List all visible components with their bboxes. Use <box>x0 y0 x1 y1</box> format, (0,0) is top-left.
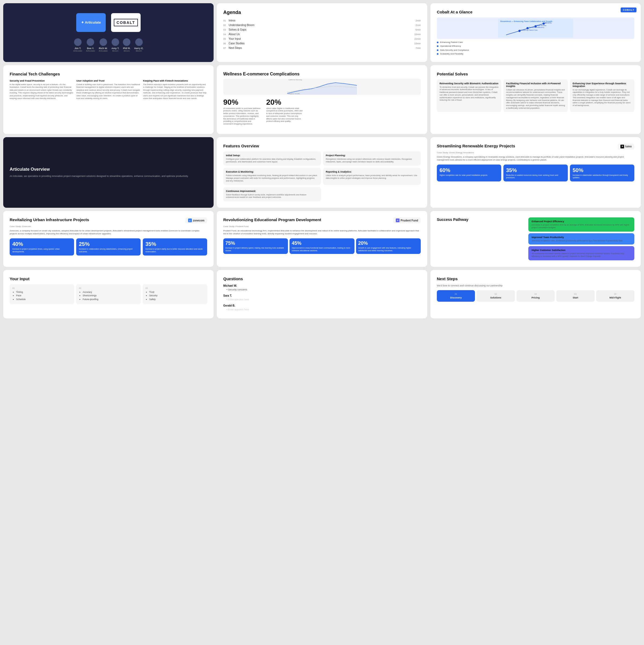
your-input-card: Your Input 01 Timing Pace Schedule 02 Ac… <box>3 270 214 318</box>
step-box-0[interactable]: 01 Discovery <box>437 290 475 302</box>
fin-col-0-body: In the digital wallet space, security is… <box>10 83 74 100</box>
next-steps-title: Next Steps <box>437 276 634 281</box>
glance-dot-0 <box>437 42 438 43</box>
person-name-bea: Bea Y. <box>86 47 95 50</box>
agenda-item-01: Intros <box>229 19 415 22</box>
input-col-1-item-0: Accuracy <box>83 290 138 294</box>
zonecom-badge: ▲ zonecom <box>186 217 207 223</box>
agenda-item-05: Your Input <box>229 37 414 40</box>
person-role-phil: Bloom <box>123 50 130 52</box>
revitalizing-stat-1: 25% Increase in collaboration among stak… <box>76 238 140 255</box>
success-item-0-heading: Enhanced Project Efficiency <box>532 220 631 223</box>
revolutionizing-stat0-num: 75% <box>226 240 286 246</box>
glance-svg-chart: Streamlined — Enhancing Team Collaborati… <box>437 19 634 38</box>
step-num-0: 01 <box>439 293 473 295</box>
streamlining-stat1-desc: Reduction in wasted resources during mor… <box>506 174 565 179</box>
feature-box-1: Project Planning: Reorganize milestones … <box>323 151 421 166</box>
revitalizing-card: Revitalizing Urban Infrastructure Projec… <box>3 211 214 267</box>
articulate-overview-body: At Articulate, we specialize in providin… <box>10 175 207 178</box>
agenda-item-06: Case Studies <box>229 42 414 45</box>
feature-box-1-body: Reorganize milestones using our project … <box>326 158 418 163</box>
input-col-2-item-0: Trust <box>149 290 205 294</box>
streamlining-desc: Green Energy Innovations, a company spec… <box>437 156 634 161</box>
q-person-0: Michael W. <box>223 284 421 287</box>
streamlining-stat-2: 50% Increase in stakeholder satisfaction… <box>570 165 634 182</box>
person-harry: Harry E. Bloom <box>134 38 143 52</box>
step-box-1[interactable]: 02 Solutions <box>476 290 515 302</box>
glance-chart-bg: Streamlined — Enhancing Team Collaborati… <box>437 17 634 39</box>
revitalizing-stat2-desc: Increase in project clarity due to bette… <box>145 248 205 253</box>
input-col-0: 01 Timing Pace Schedule <box>10 284 74 304</box>
lumo-text: lumo <box>625 145 632 148</box>
feature-box-0-body: Configure your collaboration platform fo… <box>226 158 318 163</box>
q-item-1-0: Enter question here <box>227 298 421 301</box>
features-title: Features Overview <box>223 144 421 148</box>
feature-box-3: Reporting & Analytics: Utilize tools to … <box>323 168 421 185</box>
step-label-2: Pricing <box>519 296 553 299</box>
agenda-time-02: 2min <box>415 24 421 27</box>
person-name-jim: Jim T. <box>73 47 82 50</box>
revolutionizing-stat2-desc: Growth in user engagement with new featu… <box>358 247 418 251</box>
glance-item-2: Data Security and Compliance <box>437 49 634 51</box>
steps-row: 01 Discovery 02 Solutions 03 Pricing 04 … <box>437 290 634 302</box>
step-box-3[interactable]: 04 Start <box>556 290 594 302</box>
revolutionizing-title: Revolutionizing Educational Program Deve… <box>223 217 321 222</box>
avatar-phil <box>123 38 130 46</box>
revolutionizing-stat-2: 20% Growth in user engagement with new f… <box>356 238 421 254</box>
success-right: Enhanced Project Efficiency Decrease in … <box>528 217 634 260</box>
input-col-0-list: Timing Pace Schedule <box>12 290 71 301</box>
solve-col-1-body: Cobalt can introduce AI-driven, personal… <box>506 88 565 110</box>
cobalt-logo-box: COBALT <box>111 13 140 32</box>
person-jim: Jim T. Articulate <box>73 38 82 52</box>
fin-col-1-heading: User Adoption and Trust <box>76 79 140 82</box>
svg-text:Enhancing Patient Care: Enhancing Patient Care <box>521 29 538 31</box>
next-steps-desc: We'd love to connect and continue discus… <box>437 284 634 287</box>
feature-box-0-heading: Initial Setup: <box>226 154 318 157</box>
cobalt-logo-text: COBALT <box>114 19 138 26</box>
agenda-time-03: 5min <box>415 28 421 31</box>
prudent-icon: P <box>396 218 399 222</box>
input-col-2-item-2: Safety <box>149 298 205 301</box>
avatar-rich <box>99 38 107 46</box>
lumo-icon: ✕ <box>620 145 624 149</box>
revitalizing-stat0-desc: Increase in project completion times, us… <box>12 248 71 253</box>
zonecom-text: zonecom <box>193 219 205 222</box>
streamlining-subtitle: Case Study: Green Energy Innovations <box>437 151 634 154</box>
feature-box-3-body: Utilize tools to analyze project perform… <box>326 174 418 180</box>
person-name-rich: Rich W. <box>99 47 107 50</box>
q-person-2: Gerald B. <box>223 304 421 307</box>
glance-item-1: Operational Efficiency <box>437 45 634 47</box>
agenda-num-07: 07 <box>223 47 226 49</box>
solve-col-1: Facilitating Financial Inclusion with AI… <box>504 79 568 112</box>
revolutionizing-stat0-desc: Increase in project delivery speed, maki… <box>226 247 286 251</box>
solves-cols: Reinventing Security with Biometric Auth… <box>437 79 634 112</box>
agenda-num-03: 03 <box>223 28 226 31</box>
step-num-1: 02 <box>479 293 513 295</box>
solve-col-0: Reinventing Security with Biometric Auth… <box>437 79 501 112</box>
streamlining-stat0-num: 60% <box>439 167 499 173</box>
q-item-2-0: Enter question here <box>227 308 421 311</box>
feature-box-4: Continuous Improvement: Solicit feedback… <box>223 187 321 202</box>
your-input-title: Your Input <box>10 276 207 281</box>
cover-card: ✦ Articulate COBALT Jim T. Articulate Be… <box>3 3 214 62</box>
step-box-4[interactable]: 05 Mid-Flight <box>596 290 634 302</box>
agenda-item-07: Next Steps <box>229 46 415 49</box>
input-col-0-item-0: Timing <box>16 290 71 294</box>
solve-col-2: Enhancing User Experience through Seamle… <box>570 79 634 112</box>
avatar-bea <box>87 38 94 46</box>
success-item-2-body: 45 satisfaction increases weekly related… <box>532 252 631 258</box>
success-item-0: Enhanced Project Efficiency Decrease in … <box>528 217 634 232</box>
financial-tech-card: Financial Tech Challenges Security and F… <box>3 65 214 134</box>
wellness-stat-1: 90% of consumers prefer to purchase well… <box>223 98 261 125</box>
input-col-0-num: 01 <box>12 287 71 289</box>
revitalizing-stat2-num: 35% <box>145 241 205 247</box>
svg-point-3 <box>519 30 521 32</box>
feature-box-2-heading: Execution & Monitoring: <box>226 171 318 173</box>
revitalizing-stat1-desc: Increase in collaboration among stakehol… <box>79 248 138 253</box>
step-box-2[interactable]: 03 Pricing <box>517 290 555 302</box>
input-col-2-num: 03 <box>145 287 205 289</box>
agenda-num-05: 05 <box>223 38 226 40</box>
input-col-1-item-1: Shortcomings <box>83 294 138 298</box>
revitalizing-desc: Zonecom, a company focused on smart city… <box>10 229 207 235</box>
fin-col-2-heading: Keeping Pace with Fintech Innovations <box>143 79 207 82</box>
